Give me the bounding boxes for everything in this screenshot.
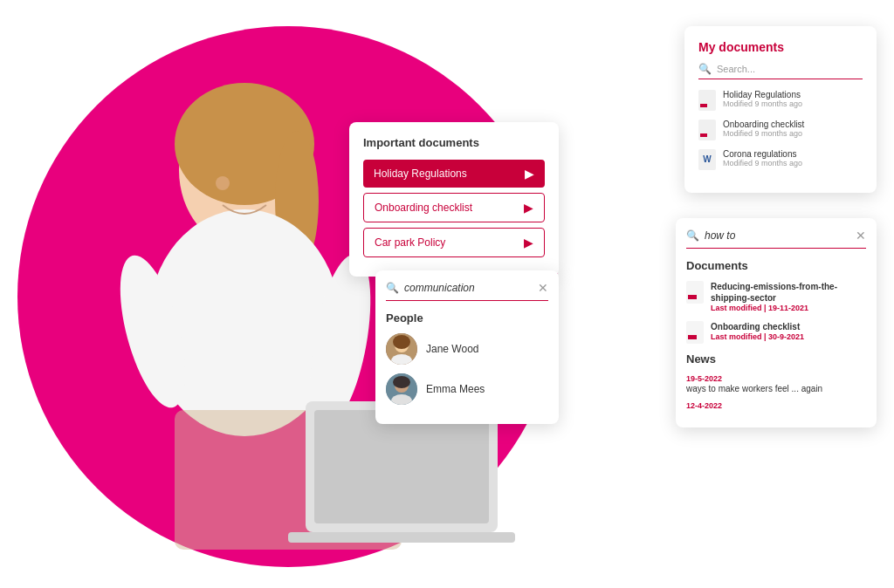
avatar-emma	[386, 373, 417, 405]
result-title-2: Onboarding checklist	[711, 321, 804, 332]
doc-item-holiday[interactable]: Holiday Regulations ▶	[363, 160, 545, 188]
docs-search-results-panel: 🔍 how to ✕ Documents Reducing-emissions-…	[676, 218, 877, 427]
doc-item-carpark[interactable]: Car park Policy ▶	[363, 228, 545, 257]
word-icon-1	[698, 149, 716, 170]
search-icon-howto: 🔍	[686, 229, 699, 242]
important-docs-title: Important documents	[363, 136, 545, 149]
result-date-1: Last modified | 19-11-2021	[711, 304, 866, 312]
result-doc-icon-1	[686, 281, 704, 304]
my-doc-modified-3: Modified 9 months ago	[723, 159, 802, 168]
result-emissions[interactable]: Reducing-emissions-from-the-shipping-sec…	[686, 281, 866, 312]
my-doc-name-2: Onboarding checklist	[723, 120, 804, 129]
close-search-button[interactable]: ✕	[538, 281, 548, 295]
search-howto-input-row[interactable]: 🔍 how to ✕	[686, 229, 866, 249]
news-item-2[interactable]: 12-4-2022	[686, 401, 866, 410]
doc-item-onboarding[interactable]: Onboarding checklist ▶	[363, 193, 545, 222]
svg-point-14	[393, 335, 410, 349]
close-howto-button[interactable]: ✕	[856, 229, 866, 243]
doc-item-holiday-label: Holiday Regulations	[374, 168, 467, 180]
person-jane[interactable]: Jane Wood	[386, 333, 548, 365]
my-doc-modified-1: Modified 9 months ago	[723, 99, 802, 108]
result-date-2: Last modified | 30-9-2021	[711, 332, 804, 341]
pdf-icon-2	[698, 120, 716, 140]
person-emma-name: Emma Mees	[426, 383, 485, 395]
svg-point-18	[393, 376, 410, 388]
my-doc-item-1[interactable]: Holiday Regulations Modified 9 months ag…	[698, 90, 863, 111]
person-jane-name: Jane Wood	[426, 343, 479, 355]
news-text-1: ways to make workers feel ... again	[686, 383, 866, 394]
avatar-jane	[386, 333, 417, 365]
doc-item-holiday-arrow: ▶	[525, 167, 534, 181]
doc-item-carpark-arrow: ▶	[524, 236, 533, 250]
doc-item-onboarding-label: Onboarding checklist	[375, 202, 472, 214]
my-doc-modified-2: Modified 9 months ago	[723, 129, 804, 138]
my-docs-title: My documents	[698, 40, 863, 54]
my-doc-item-3[interactable]: Corona regulations Modified 9 months ago	[698, 149, 863, 170]
pdf-icon-1	[698, 90, 716, 111]
search-placeholder: Search...	[717, 64, 755, 74]
my-docs-search-bar[interactable]: 🔍 Search...	[698, 63, 863, 79]
my-doc-item-2[interactable]: Onboarding checklist Modified 9 months a…	[698, 120, 863, 140]
svg-rect-8	[314, 410, 489, 523]
doc-item-onboarding-arrow: ▶	[524, 201, 533, 215]
news-item-1[interactable]: 19-5-2022 ways to make workers feel ... …	[686, 374, 866, 394]
result-doc-icon-2	[686, 321, 704, 344]
doc-item-carpark-label: Car park Policy	[375, 236, 445, 249]
my-doc-name-3: Corona regulations	[723, 149, 802, 159]
people-section-label: People	[386, 311, 548, 325]
my-documents-card: My documents 🔍 Search... Holiday Regulat…	[684, 26, 877, 193]
my-doc-name-1: Holiday Regulations	[723, 90, 802, 99]
news-section-label: News	[686, 352, 866, 366]
search-icon: 🔍	[698, 63, 712, 75]
search-communication-input-row[interactable]: 🔍 communication ✕	[386, 281, 548, 301]
svg-point-10	[216, 176, 230, 190]
news-date-2: 12-4-2022	[686, 401, 866, 410]
search-communication-panel: 🔍 communication ✕ People Jane Wood Emma …	[375, 270, 559, 424]
docs-section-label: Documents	[686, 259, 866, 272]
person-emma[interactable]: Emma Mees	[386, 373, 548, 405]
result-title-1: Reducing-emissions-from-the-shipping-sec…	[711, 281, 866, 304]
search-howto-query: how to	[705, 229, 856, 242]
search-icon-comm: 🔍	[386, 282, 399, 294]
important-documents-card: Important documents Holiday Regulations …	[349, 122, 559, 277]
result-onboarding[interactable]: Onboarding checklist Last modified | 30-…	[686, 321, 866, 344]
news-date-1: 19-5-2022	[686, 374, 866, 383]
svg-rect-9	[288, 532, 515, 543]
search-communication-query: communication	[404, 282, 538, 294]
